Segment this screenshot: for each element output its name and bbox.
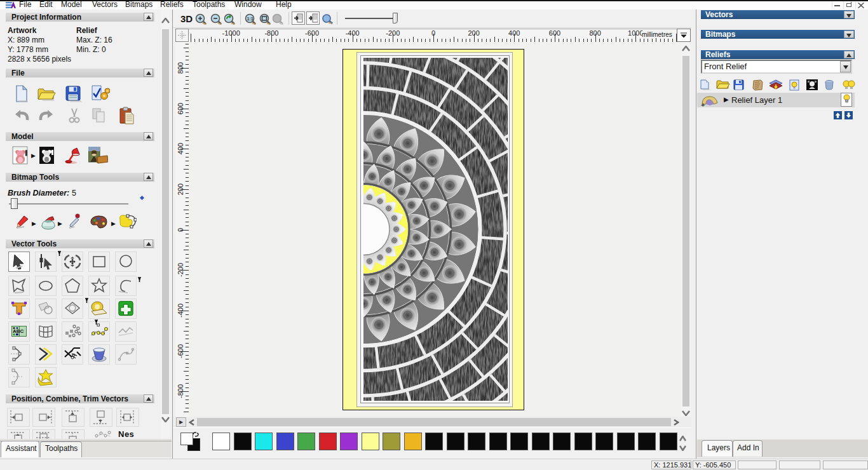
svg-text:1:1: 1:1 xyxy=(247,17,254,21)
svg-text:+: + xyxy=(701,101,705,107)
svg-text:ABC: ABC xyxy=(13,328,24,334)
